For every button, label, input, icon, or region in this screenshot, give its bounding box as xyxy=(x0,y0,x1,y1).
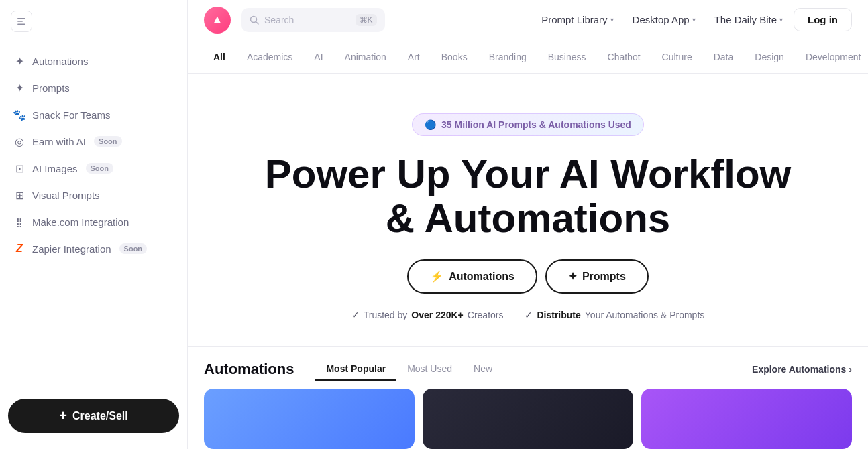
sidebar-item-snack-for-teams[interactable]: 🐾 Snack For Teams xyxy=(5,102,182,127)
hero-title: Power Up Your AI Workflow & Automations xyxy=(265,152,792,241)
sidebar-item-prompts-label: Prompts xyxy=(32,82,70,94)
hero-actions: ⚡ Automations ✦ Prompts xyxy=(407,259,649,294)
sidebar-item-prompts[interactable]: ✦ Prompts xyxy=(5,75,182,101)
cat-tab-culture[interactable]: Culture xyxy=(653,48,702,66)
automation-card-1[interactable] xyxy=(204,389,415,449)
svg-line-4 xyxy=(256,21,259,24)
trust-bold-1: Over 220K+ xyxy=(411,310,463,320)
svg-rect-1 xyxy=(17,21,23,22)
prompt-library-nav[interactable]: Prompt Library ▾ xyxy=(533,9,621,31)
sidebar-item-earn-with-ai[interactable]: ◎ Earn with AI Soon xyxy=(5,129,182,154)
header-nav: Prompt Library ▾ Desktop App ▾ The Daily… xyxy=(533,8,852,31)
sidebar-item-zapier-integration[interactable]: Z Zapier Integration Soon xyxy=(5,236,182,261)
explore-chevron-icon: › xyxy=(849,364,852,375)
main-content: ▲ Search ⌘K Prompt Library ▾ Desktop App… xyxy=(188,0,868,449)
snack-icon: 🐾 xyxy=(13,109,25,121)
cat-tab-academics[interactable]: Academics xyxy=(237,48,302,66)
cat-tab-ai[interactable]: AI xyxy=(305,48,332,66)
automations-button[interactable]: ⚡ Automations xyxy=(407,259,537,294)
svg-rect-0 xyxy=(17,18,25,19)
hero-trust: ✓ Trusted by Over 220K+ Creators ✓ Distr… xyxy=(351,310,705,320)
prompts-btn-label: Prompts xyxy=(582,271,626,283)
tab-new[interactable]: New xyxy=(463,358,503,381)
create-icon: + xyxy=(59,408,67,424)
visual-prompts-icon: ⊞ xyxy=(13,189,25,201)
cat-tab-books[interactable]: Books xyxy=(432,48,477,66)
cat-tab-design[interactable]: Design xyxy=(745,48,794,66)
trust-check-1: ✓ xyxy=(351,310,360,320)
sidebar-nav: ✦ Automations ✦ Prompts 🐾 Snack For Team… xyxy=(0,48,187,388)
prompts-btn-icon: ✦ xyxy=(568,270,577,283)
trust-bold-2: Distribute xyxy=(537,310,580,320)
cat-tab-animation[interactable]: Animation xyxy=(335,48,396,66)
sidebar-item-visual-prompts-label: Visual Prompts xyxy=(32,190,100,201)
sidebar-item-visual-prompts[interactable]: ⊞ Visual Prompts xyxy=(5,182,182,208)
tab-most-popular[interactable]: Most Popular xyxy=(315,358,396,381)
make-icon: ⣿ xyxy=(13,216,25,228)
svg-rect-2 xyxy=(17,24,25,25)
hero-title-line1: Power Up Your AI Workflow xyxy=(265,151,792,196)
sidebar-item-zapier-label: Zapier Integration xyxy=(32,243,111,255)
sidebar-item-automations[interactable]: ✦ Automations xyxy=(5,48,182,74)
desktop-app-nav[interactable]: Desktop App ▾ xyxy=(625,9,704,31)
header: ▲ Search ⌘K Prompt Library ▾ Desktop App… xyxy=(188,0,868,40)
trust-text-1: Trusted by xyxy=(364,310,408,320)
search-bar[interactable]: Search ⌘K xyxy=(241,8,385,32)
sidebar: ✦ Automations ✦ Prompts 🐾 Snack For Team… xyxy=(0,0,188,449)
sidebar-item-make-label: Make.com Integration xyxy=(32,216,129,228)
section-title: Automations xyxy=(204,361,294,378)
ai-images-icon: ⊡ xyxy=(13,162,25,174)
automation-card-2[interactable] xyxy=(423,389,633,449)
cat-tab-chatbot[interactable]: Chatbot xyxy=(598,48,650,66)
automation-card-3[interactable] xyxy=(641,389,852,449)
daily-bite-chevron: ▾ xyxy=(779,16,783,23)
hero-badge: 🔵 35 Million AI Prompts & Automations Us… xyxy=(412,113,644,136)
sidebar-toggle[interactable] xyxy=(11,11,32,32)
automations-btn-label: Automations xyxy=(449,271,514,283)
zapier-badge: Soon xyxy=(119,243,148,254)
daily-bite-label: The Daily Bite xyxy=(714,14,777,25)
category-tabs: All Academics AI Animation Art Books Bra… xyxy=(188,40,868,74)
desktop-app-chevron: ▾ xyxy=(692,16,696,23)
cat-tab-business[interactable]: Business xyxy=(539,48,596,66)
automations-icon: ✦ xyxy=(13,55,25,67)
cat-tab-art[interactable]: Art xyxy=(398,48,429,66)
hero-section: 🔵 35 Million AI Prompts & Automations Us… xyxy=(188,74,868,346)
cards-row xyxy=(204,389,852,449)
section-header: Automations Most Popular Most Used New E… xyxy=(204,358,852,381)
create-sell-button[interactable]: + Create/Sell xyxy=(8,399,179,433)
trust-suffix-1: Creators xyxy=(468,310,504,320)
create-sell-label: Create/Sell xyxy=(72,410,128,422)
automations-section: Automations Most Popular Most Used New E… xyxy=(188,346,868,449)
trust-check-2: ✓ xyxy=(525,310,533,320)
sidebar-item-ai-images[interactable]: ⊡ AI Images Soon xyxy=(5,155,182,181)
cat-tab-data[interactable]: Data xyxy=(704,48,743,66)
section-tabs: Most Popular Most Used New xyxy=(315,358,503,381)
cat-tab-development[interactable]: Development xyxy=(796,48,868,66)
search-placeholder: Search xyxy=(264,15,294,25)
login-button[interactable]: Log in xyxy=(794,8,852,31)
prompt-library-label: Prompt Library xyxy=(541,14,607,25)
sidebar-item-snack-label: Snack For Teams xyxy=(32,109,110,121)
tab-most-used[interactable]: Most Used xyxy=(396,358,463,381)
explore-text: Explore Automations xyxy=(752,364,846,375)
logo: ▲ xyxy=(204,7,231,34)
trust-item-1: ✓ Trusted by Over 220K+ Creators xyxy=(351,310,504,320)
daily-bite-nav[interactable]: The Daily Bite ▾ xyxy=(706,9,791,31)
hero-title-line2: & Automations xyxy=(386,196,670,241)
prompt-library-chevron: ▾ xyxy=(610,16,614,23)
sidebar-item-make-integration[interactable]: ⣿ Make.com Integration xyxy=(5,209,182,235)
explore-automations-link[interactable]: Explore Automations › xyxy=(752,364,852,375)
prompts-icon: ✦ xyxy=(13,82,25,94)
trust-suffix-2: Your Automations & Prompts xyxy=(585,310,704,320)
hero-badge-icon: 🔵 xyxy=(425,119,436,130)
ai-images-badge: Soon xyxy=(86,163,114,174)
sidebar-item-automations-label: Automations xyxy=(32,56,88,67)
sidebar-item-ai-images-label: AI Images xyxy=(32,163,78,174)
trust-item-2: ✓ Distribute Your Automations & Prompts xyxy=(525,310,704,320)
prompts-button[interactable]: ✦ Prompts xyxy=(545,259,649,294)
cat-tab-branding[interactable]: Branding xyxy=(480,48,536,66)
sidebar-item-earn-label: Earn with AI xyxy=(32,136,86,147)
search-icon xyxy=(250,15,259,25)
cat-tab-all[interactable]: All xyxy=(204,48,235,66)
